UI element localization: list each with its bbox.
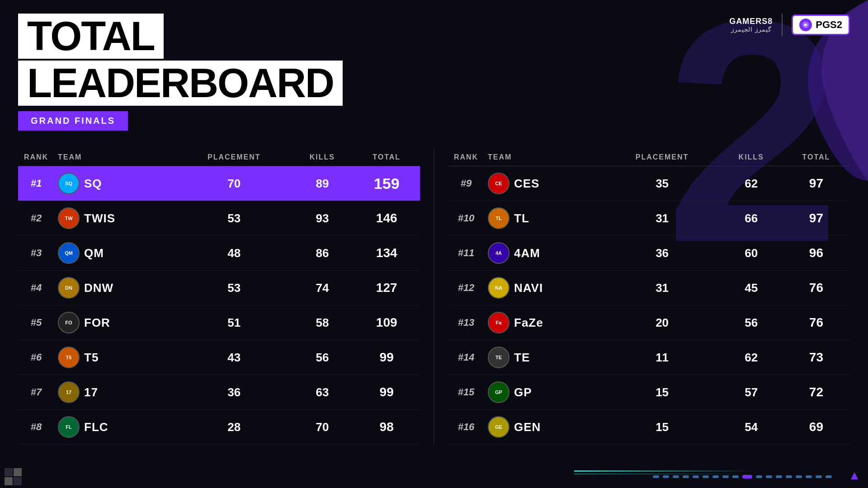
left-table-body: #1 SQ SQ 70 89 159 #2 TW TWIS 53 93 146 … xyxy=(18,166,420,445)
placement-cell: 31 xyxy=(604,201,720,236)
total-cell: 98 xyxy=(353,410,420,445)
pagination-dot[interactable] xyxy=(673,475,679,478)
team-name: T5 xyxy=(84,351,99,365)
rank-cell: #3 xyxy=(18,236,54,271)
team-name: 4AM xyxy=(514,246,540,260)
placement-cell: 70 xyxy=(177,166,291,201)
total-cell: 109 xyxy=(353,305,420,340)
pattern-cell xyxy=(5,477,13,485)
placement-cell: 15 xyxy=(604,410,720,445)
table-row: #9 CE CES 35 62 97 xyxy=(448,166,850,201)
pgs2-icon xyxy=(799,19,812,31)
placement-cell: 28 xyxy=(177,410,291,445)
pagination-dot[interactable] xyxy=(756,475,762,478)
placement-cell: 35 xyxy=(604,166,720,201)
right-table-container: RANK TEAM PLACEMENT KILLS TOTAL #9 CE CE… xyxy=(448,149,850,445)
total-cell: 97 xyxy=(783,166,850,201)
kills-cell: 93 xyxy=(291,201,353,236)
placement-cell: 51 xyxy=(177,305,291,340)
team-cell: TW TWIS xyxy=(54,201,177,236)
total-cell: 99 xyxy=(353,375,420,410)
table-row: #11 4A 4AM 36 60 96 xyxy=(448,236,850,271)
pagination-dot[interactable] xyxy=(806,475,812,478)
pagination-dot[interactable] xyxy=(722,475,729,478)
kills-cell: 60 xyxy=(720,236,783,271)
rank-cell: #13 xyxy=(448,305,484,340)
team-cell: DN DNW xyxy=(54,271,177,305)
table-row: #10 TL TL 31 66 97 xyxy=(448,201,850,236)
kills-cell: 45 xyxy=(720,271,783,305)
team-name: TL xyxy=(514,211,529,225)
table-row: #6 T5 T5 43 56 99 xyxy=(18,340,420,375)
top-logos-area: GAMERS8 گيمرز الجيمرز PGS2 xyxy=(729,14,850,36)
team-name: TE xyxy=(514,351,530,365)
kills-cell: 70 xyxy=(291,410,353,445)
kills-cell: 86 xyxy=(291,236,353,271)
right-total-header: TOTAL xyxy=(783,149,850,166)
pagination-dot[interactable] xyxy=(742,475,752,479)
team-cell: 17 17 xyxy=(54,375,177,410)
pattern-cell xyxy=(14,468,22,476)
pagination-dot[interactable] xyxy=(683,475,689,478)
total-cell: 159 xyxy=(353,166,420,201)
right-table-body: #9 CE CES 35 62 97 #10 TL TL 31 66 97 #1… xyxy=(448,166,850,445)
total-cell: 127 xyxy=(353,271,420,305)
pagination-dot[interactable] xyxy=(776,475,782,478)
pagination-dot[interactable] xyxy=(826,475,832,478)
table-row: #15 GP GP 15 57 72 xyxy=(448,375,850,410)
team-name: NAVI xyxy=(514,281,543,295)
kills-cell: 66 xyxy=(720,201,783,236)
pattern-cell xyxy=(5,468,13,476)
kills-cell: 63 xyxy=(291,375,353,410)
rank-cell: #4 xyxy=(18,271,54,305)
pagination-dot[interactable] xyxy=(712,475,719,478)
pagination-dot[interactable] xyxy=(786,475,792,478)
pagination-dots xyxy=(653,475,832,479)
pagination-dot[interactable] xyxy=(732,475,739,478)
team-header: TEAM xyxy=(54,149,177,166)
team-cell: T5 T5 xyxy=(54,340,177,375)
pagination-dot[interactable] xyxy=(653,475,659,478)
rank-cell: #2 xyxy=(18,201,54,236)
rank-cell: #6 xyxy=(18,340,54,375)
rank-cell: #7 xyxy=(18,375,54,410)
pagination-dot[interactable] xyxy=(703,475,709,478)
pagination-dot[interactable] xyxy=(816,475,822,478)
kills-cell: 56 xyxy=(291,340,353,375)
bottom-bar xyxy=(0,465,868,488)
pattern-cell xyxy=(14,477,22,485)
pgs2-text: PGS2 xyxy=(816,19,842,31)
total-cell: 69 xyxy=(783,410,850,445)
rank-cell: #16 xyxy=(448,410,484,445)
table-divider xyxy=(434,149,434,445)
kills-cell: 56 xyxy=(720,305,783,340)
total-cell: 76 xyxy=(783,271,850,305)
pagination-dot[interactable] xyxy=(766,475,772,478)
main-content: TOTAL LEADERBOARD GRAND FINALS RANK TEAM… xyxy=(0,0,868,458)
placement-cell: 36 xyxy=(177,375,291,410)
table-row: #14 TE TE 11 62 73 xyxy=(448,340,850,375)
team-name: CES xyxy=(514,177,539,191)
team-name: GP xyxy=(514,385,532,399)
pagination-dot[interactable] xyxy=(663,475,669,478)
team-name: QM xyxy=(84,246,104,260)
kills-cell: 62 xyxy=(720,166,783,201)
team-name: GEN xyxy=(514,420,541,434)
table-row: #5 FO FOR 51 58 109 xyxy=(18,305,420,340)
total-cell: 99 xyxy=(353,340,420,375)
team-cell: FO FOR xyxy=(54,305,177,340)
team-cell: 4A 4AM xyxy=(484,236,604,271)
right-table-header-row: RANK TEAM PLACEMENT KILLS TOTAL xyxy=(448,149,850,166)
tables-container: RANK TEAM PLACEMENT KILLS TOTAL #1 SQ SQ… xyxy=(18,149,850,445)
team-name: SQ xyxy=(84,177,102,191)
table-row: #13 Fa FaZe 20 56 76 xyxy=(448,305,850,340)
rank-cell: #9 xyxy=(448,166,484,201)
pagination-dot[interactable] xyxy=(796,475,802,478)
placement-header: PLACEMENT xyxy=(177,149,291,166)
pagination-dot[interactable] xyxy=(693,475,699,478)
rank-cell: #5 xyxy=(18,305,54,340)
total-cell: 72 xyxy=(783,375,850,410)
kills-cell: 74 xyxy=(291,271,353,305)
left-table-container: RANK TEAM PLACEMENT KILLS TOTAL #1 SQ SQ… xyxy=(18,149,420,445)
title-line2: LEADERBOARD xyxy=(18,61,343,106)
